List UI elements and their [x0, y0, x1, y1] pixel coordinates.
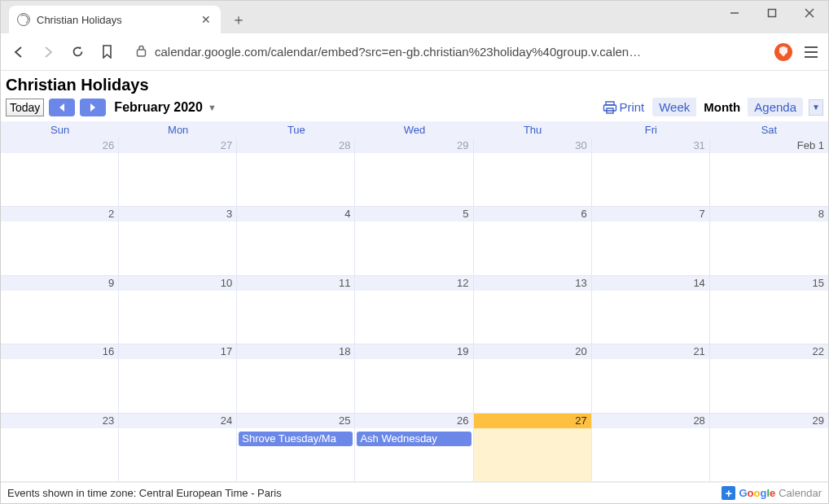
calendar-cell[interactable]: 26Ash Wednesday [355, 414, 473, 482]
calendar-cell[interactable]: 25Shrove Tuesday/Ma [237, 414, 355, 482]
minimize-icon[interactable] [716, 1, 753, 25]
today-button[interactable]: Today [6, 99, 44, 116]
calendar-cell[interactable]: 5 [355, 207, 473, 275]
date-label: 10 [119, 276, 236, 291]
calendar-cell[interactable]: 10 [119, 276, 237, 344]
date-label: 6 [474, 207, 591, 221]
close-tab-icon[interactable]: ✕ [200, 13, 213, 26]
maximize-icon[interactable] [753, 1, 791, 25]
calendar-cell[interactable]: Feb 1 [710, 138, 828, 207]
date-label: 20 [474, 344, 591, 359]
hamburger-menu-icon[interactable] [802, 46, 820, 58]
calendar-cell[interactable]: 20 [474, 344, 592, 413]
prev-month-button[interactable] [49, 99, 75, 116]
calendar-cell[interactable]: 31 [592, 138, 710, 207]
url-text: calendar.google.com/calendar/embed?src=e… [155, 45, 641, 59]
print-label: Print [619, 100, 644, 114]
day-headers: SunMonTueWedThuFriSat [1, 121, 828, 138]
tab-title: Christian Holidays [37, 14, 200, 26]
date-label: 15 [710, 276, 828, 291]
month-label: February 2020 [114, 100, 203, 115]
calendar-cell[interactable]: 22 [710, 344, 828, 413]
window-controls [716, 1, 828, 33]
date-label: 21 [592, 344, 709, 359]
day-header: Fri [592, 121, 710, 138]
calendar-cell[interactable]: 6 [474, 207, 592, 275]
date-label: 8 [710, 207, 828, 221]
calendar-cell[interactable]: 13 [474, 276, 592, 344]
calendar-footer: Events shown in time zone: Central Europ… [1, 482, 828, 503]
calendar-event[interactable]: Ash Wednesday [357, 432, 471, 446]
date-label: 29 [355, 138, 472, 153]
date-label: 11 [237, 276, 354, 291]
date-label: 27 [474, 414, 591, 428]
calendar-cell[interactable]: 19 [355, 344, 473, 413]
date-label: 4 [237, 207, 354, 221]
calendar-cell[interactable]: 11 [237, 276, 355, 344]
back-button[interactable] [9, 42, 29, 62]
reload-button[interactable] [68, 42, 87, 62]
date-label: 22 [710, 344, 828, 359]
calendar-cell[interactable]: 7 [592, 207, 710, 275]
bookmark-icon[interactable] [97, 42, 116, 62]
globe-icon [17, 13, 30, 26]
calendar-cell[interactable]: 27 [119, 138, 237, 207]
date-label: 27 [119, 138, 236, 153]
calendar-cell[interactable]: 26 [1, 138, 119, 207]
calendar-cell[interactable]: 3 [119, 207, 237, 275]
calendar-cell[interactable]: 21 [592, 344, 710, 413]
view-tabs: Week Month Agenda [652, 98, 803, 116]
day-header: Wed [355, 121, 473, 138]
date-label: 28 [592, 414, 709, 428]
browser-toolbar: calendar.google.com/calendar/embed?src=e… [1, 33, 828, 71]
browser-window: Christian Holidays ✕ ＋ calendar.google.c… [0, 0, 829, 504]
calendar-cell[interactable]: 17 [119, 344, 237, 413]
tab-month[interactable]: Month [696, 98, 747, 116]
new-tab-button[interactable]: ＋ [227, 8, 250, 31]
calendar-cell[interactable]: 29 [710, 414, 828, 482]
svg-rect-4 [138, 50, 146, 56]
close-window-icon[interactable] [791, 1, 828, 25]
calendar-cell[interactable]: 30 [474, 138, 592, 207]
date-label: 25 [237, 414, 354, 428]
calendar-cell[interactable]: 16 [1, 344, 119, 413]
brave-shield-icon[interactable] [774, 43, 792, 61]
browser-tab[interactable]: Christian Holidays ✕ [9, 6, 221, 33]
calendar-cell[interactable]: 24 [119, 414, 237, 482]
google-logo-text: Google [739, 487, 775, 499]
calendar-cell[interactable]: 27 [474, 414, 592, 482]
calendar-cell[interactable]: 4 [237, 207, 355, 275]
print-button[interactable]: Print [603, 100, 644, 114]
address-bar[interactable]: calendar.google.com/calendar/embed?src=e… [126, 45, 765, 59]
month-dropdown-icon[interactable]: ▼ [208, 103, 217, 112]
next-month-button[interactable] [80, 99, 106, 116]
calendar-cell[interactable]: 28 [592, 414, 710, 482]
tab-agenda[interactable]: Agenda [747, 98, 803, 116]
calendar-cell[interactable]: 14 [592, 276, 710, 344]
calendar-cell[interactable]: 9 [1, 276, 119, 344]
calendar-cell[interactable]: 28 [237, 138, 355, 207]
calendar-grid: 262728293031Feb 123456789101112131415161… [1, 138, 828, 482]
calendar-cell[interactable]: 29 [355, 138, 473, 207]
day-header: Sat [710, 121, 828, 138]
day-header: Thu [474, 121, 592, 138]
calendar-cell[interactable]: 2 [1, 207, 119, 275]
date-label: 28 [237, 138, 354, 153]
calendar-cell[interactable]: 15 [710, 276, 828, 344]
printer-icon [603, 101, 617, 114]
calendar-event[interactable]: Shrove Tuesday/Ma [239, 432, 353, 446]
add-to-google-calendar[interactable]: + Google Calendar [722, 486, 822, 500]
calendar-cell[interactable]: 8 [710, 207, 828, 275]
date-label: 19 [355, 344, 472, 359]
forward-button[interactable] [38, 42, 58, 62]
date-label: 13 [474, 276, 591, 291]
date-label: 29 [710, 414, 828, 428]
calendar-cell[interactable]: 23 [1, 414, 119, 482]
calendar-toolbar: Today February 2020 ▼ Print Week Month A… [1, 98, 828, 121]
day-header: Mon [119, 121, 237, 138]
calendar-cell[interactable]: 12 [355, 276, 473, 344]
view-dropdown-icon[interactable]: ▼ [809, 99, 823, 116]
calendar-cell[interactable]: 18 [237, 344, 355, 413]
date-label: 18 [237, 344, 354, 359]
tab-week[interactable]: Week [652, 98, 696, 116]
